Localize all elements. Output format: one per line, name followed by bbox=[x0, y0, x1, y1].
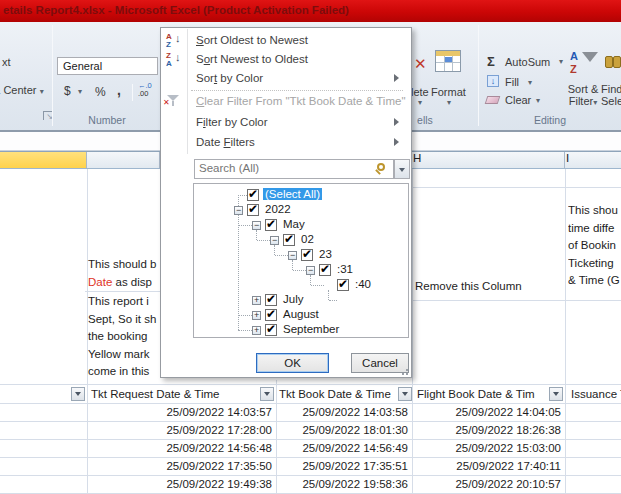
menu-item-sort-oldest-to-newest[interactable]: Sort Oldest to Newest bbox=[189, 31, 407, 50]
alignment-dialog-launcher-icon[interactable]: ↘ bbox=[43, 111, 52, 120]
table-cell[interactable]: 25/09/2022 17:35:51 bbox=[280, 460, 408, 472]
collapse-icon[interactable]: − bbox=[288, 251, 297, 260]
collapse-icon[interactable]: − bbox=[270, 236, 279, 245]
table-cell[interactable]: 25/09/2022 14:56:48 bbox=[88, 442, 272, 454]
tree-item-2022[interactable]: − ✔ 2022 bbox=[194, 203, 409, 218]
table-cell[interactable]: 25/09/2022 20:10:57 bbox=[416, 478, 561, 490]
table-header-tkt-request[interactable]: Tkt Request Date & Time bbox=[91, 388, 219, 400]
tree-item-july[interactable]: + ✔ July bbox=[194, 293, 409, 308]
checkbox-checked[interactable]: ✔ bbox=[283, 234, 295, 246]
currency-dropdown-icon[interactable]: ▾ bbox=[78, 87, 82, 96]
expand-icon[interactable]: + bbox=[252, 296, 261, 305]
find-select-button[interactable]: Find Sele bbox=[601, 83, 621, 107]
tree-item-31[interactable]: − ✔ :31 bbox=[194, 263, 409, 278]
tree-item-may[interactable]: − ✔ May bbox=[194, 218, 409, 233]
find-select-icon[interactable] bbox=[605, 52, 621, 78]
checkbox-checked[interactable]: ✔ bbox=[265, 219, 277, 231]
menu-item-sort-by-color[interactable]: Sort by Color bbox=[189, 69, 407, 88]
note-cell-2[interactable]: This report i Sept, So it sh the booking… bbox=[88, 293, 156, 381]
fill-icon[interactable]: ↓ bbox=[487, 75, 499, 87]
column-header-h[interactable]: H bbox=[413, 152, 565, 168]
menu-item-filter-by-color[interactable]: Filter by Color bbox=[189, 113, 407, 132]
collapse-icon[interactable]: − bbox=[252, 221, 261, 230]
menu-resize-grip[interactable] bbox=[400, 367, 408, 375]
expand-icon[interactable]: + bbox=[252, 311, 261, 320]
filter-dropdown-button-tkt-request[interactable] bbox=[260, 387, 274, 401]
table-cell[interactable]: 25/09/2022 14:56:49 bbox=[280, 442, 408, 454]
autosum-sigma-icon[interactable]: Σ bbox=[487, 54, 495, 69]
collapse-icon[interactable]: − bbox=[234, 206, 243, 215]
filter-search-box[interactable] bbox=[194, 159, 394, 179]
delete-button-label-fragment[interactable]: lete bbox=[411, 86, 429, 98]
merge-center-button[interactable]: & Center ▾ bbox=[0, 84, 52, 98]
sort-filter-button[interactable]: Sort & Filter▾ bbox=[560, 83, 606, 109]
format-button[interactable]: Format bbox=[431, 86, 466, 98]
expand-icon[interactable]: + bbox=[252, 326, 261, 335]
remove-column-note-cell[interactable]: Remove this Column bbox=[415, 278, 522, 296]
ok-button[interactable]: OK bbox=[256, 353, 329, 373]
table-cell[interactable]: 25/09/2022 19:58:36 bbox=[280, 478, 408, 490]
number-format-combobox[interactable]: General bbox=[57, 57, 158, 75]
menu-separator bbox=[191, 90, 403, 91]
gridline bbox=[85, 291, 160, 292]
gridline bbox=[565, 169, 566, 494]
checkbox-checked[interactable]: ✔ bbox=[247, 189, 259, 201]
delete-icon[interactable]: ✕ bbox=[414, 55, 427, 73]
increase-decimal-icon[interactable]: ←.0.00 bbox=[138, 82, 158, 98]
currency-format-button[interactable]: $ bbox=[64, 84, 71, 98]
number-group-mini-separator bbox=[132, 84, 133, 101]
note-cell-1[interactable]: This should b Date as disp bbox=[88, 256, 156, 291]
column-header-i[interactable]: I bbox=[566, 152, 621, 168]
checkbox-checked[interactable]: ✔ bbox=[337, 279, 349, 291]
percent-style-button[interactable]: % bbox=[95, 85, 106, 99]
tree-item-02[interactable]: − ✔ 02 bbox=[194, 233, 409, 248]
fill-button[interactable]: Fill bbox=[505, 76, 519, 88]
menu-icon-gutter-separator bbox=[187, 29, 188, 154]
tree-item-select-all[interactable]: ✔ (Select All) bbox=[194, 188, 409, 203]
checkbox-checked[interactable]: ✔ bbox=[265, 309, 277, 321]
table-cell[interactable]: 25/09/2022 14:03:57 bbox=[88, 406, 272, 418]
gridline bbox=[0, 475, 621, 476]
table-cell[interactable]: 25/09/2022 19:49:38 bbox=[88, 478, 272, 490]
checkbox-checked[interactable]: ✔ bbox=[319, 264, 331, 276]
note-cell-right[interactable]: This shou time diffe of Bookin Ticketing… bbox=[568, 202, 621, 290]
table-header-flight-book[interactable]: Flight Book Date & Tim bbox=[417, 388, 550, 400]
wrap-text-label-fragment[interactable]: xt bbox=[2, 56, 11, 68]
tree-item-23[interactable]: − ✔ 23 bbox=[194, 248, 409, 263]
filter-dropdown-button-tkt-book[interactable] bbox=[398, 387, 412, 401]
filter-dropdown-button-col-a[interactable] bbox=[71, 387, 85, 401]
table-cell[interactable]: 25/09/2022 17:40:11 bbox=[416, 460, 561, 472]
checkbox-checked[interactable]: ✔ bbox=[265, 324, 277, 336]
menu-item-clear-filter[interactable]: Clear Filter From "Tkt Book Date & Time" bbox=[189, 92, 407, 111]
format-cells-icon[interactable] bbox=[435, 50, 461, 72]
menu-item-date-filters[interactable]: Date Filters bbox=[189, 133, 407, 152]
checkbox-checked[interactable]: ✔ bbox=[301, 249, 313, 261]
table-header-issuance[interactable]: Issuance T bbox=[571, 388, 621, 400]
sort-filter-icon[interactable]: A Z bbox=[570, 50, 604, 80]
table-cell[interactable]: 25/09/2022 17:35:50 bbox=[88, 460, 272, 472]
tree-item-september[interactable]: + ✔ September bbox=[194, 323, 409, 338]
comma-style-button[interactable]: , bbox=[117, 82, 121, 98]
table-cell[interactable]: 25/09/2022 17:28:00 bbox=[88, 424, 272, 436]
menu-item-sort-newest-to-oldest[interactable]: Sort Newest to Oldest bbox=[189, 50, 407, 69]
search-dropdown-button[interactable] bbox=[394, 159, 410, 179]
collapse-icon[interactable]: − bbox=[306, 266, 315, 275]
table-cell[interactable]: 25/09/2022 18:01:30 bbox=[280, 424, 408, 436]
checkbox-checked[interactable]: ✔ bbox=[265, 294, 277, 306]
table-header-tkt-book[interactable]: Tkt Book Date & Time bbox=[279, 388, 391, 400]
column-header-selected-yellow[interactable] bbox=[0, 152, 87, 168]
table-cell[interactable]: 25/09/2022 15:03:00 bbox=[416, 442, 561, 454]
clear-button[interactable]: Clear bbox=[505, 94, 531, 106]
filter-dropdown-button-flight-book[interactable] bbox=[549, 387, 563, 401]
table-cell[interactable]: 25/09/2022 14:03:58 bbox=[280, 406, 408, 418]
table-cell[interactable]: 25/09/2022 18:26:38 bbox=[416, 424, 561, 436]
fill-dropdown-icon: ▾ bbox=[528, 78, 532, 87]
column-header-gray[interactable] bbox=[88, 152, 160, 168]
tree-item-40[interactable]: ✔ :40 bbox=[194, 278, 409, 293]
table-cell[interactable]: 25/09/2022 14:04:05 bbox=[416, 406, 561, 418]
clear-eraser-icon[interactable] bbox=[485, 96, 501, 104]
checkbox-checked[interactable]: ✔ bbox=[247, 204, 259, 216]
tree-item-august[interactable]: + ✔ August bbox=[194, 308, 409, 323]
filter-search-input[interactable] bbox=[199, 162, 359, 174]
autosum-button[interactable]: AutoSum bbox=[505, 56, 550, 68]
